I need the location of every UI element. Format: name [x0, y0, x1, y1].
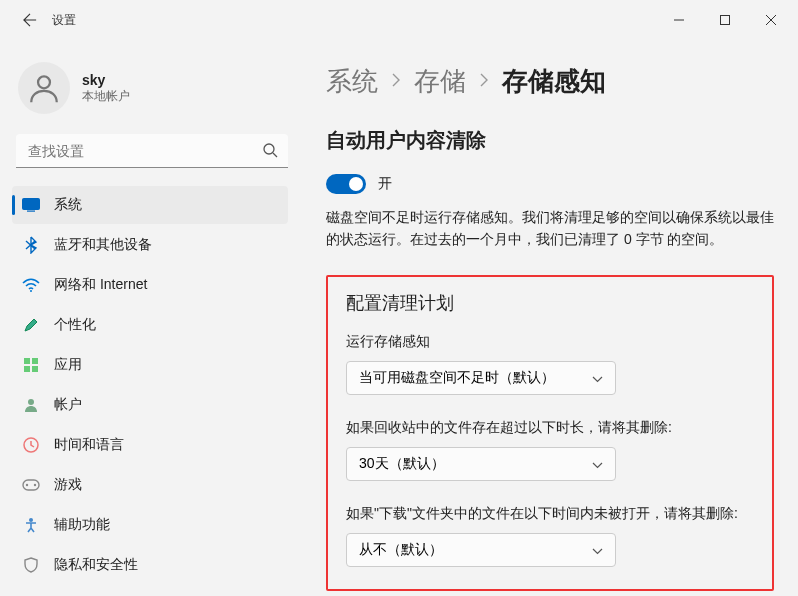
breadcrumb: 系统 存储 存储感知 — [326, 64, 774, 99]
sidebar-item-apps[interactable]: 应用 — [12, 346, 288, 384]
chevron-right-icon — [480, 73, 488, 91]
downloads-select[interactable]: 从不（默认） — [346, 533, 616, 567]
breadcrumb-current: 存储感知 — [502, 64, 606, 99]
svg-rect-0 — [721, 16, 730, 25]
privacy-icon — [22, 556, 40, 574]
svg-rect-6 — [24, 358, 30, 364]
sidebar-item-privacy[interactable]: 隐私和安全性 — [12, 546, 288, 584]
maximize-icon — [720, 15, 730, 25]
close-icon — [766, 15, 776, 25]
titlebar: 设置 — [0, 0, 798, 40]
svg-rect-7 — [32, 358, 38, 364]
recycle-bin-value: 30天（默认） — [359, 455, 445, 473]
personalize-icon — [22, 316, 40, 334]
search-icon — [262, 142, 278, 162]
svg-point-14 — [34, 484, 36, 486]
downloads-value: 从不（默认） — [359, 541, 443, 559]
main-content: 系统 存储 存储感知 自动用户内容清除 开 磁盘空间不足时运行存储感知。我们将清… — [296, 40, 798, 596]
sidebar-item-bluetooth[interactable]: 蓝牙和其他设备 — [12, 226, 288, 264]
username: sky — [82, 72, 130, 88]
sidebar: sky 本地帐户 系统蓝牙和其他设备网络和 Internet个性化应用帐户时间和… — [0, 40, 296, 596]
chevron-down-icon — [592, 370, 603, 386]
account-type: 本地帐户 — [82, 88, 130, 105]
sidebar-item-label: 隐私和安全性 — [54, 556, 138, 574]
sidebar-item-label: 帐户 — [54, 396, 82, 414]
sidebar-item-label: 游戏 — [54, 476, 82, 494]
svg-point-2 — [264, 144, 274, 154]
sidebar-item-time[interactable]: 时间和语言 — [12, 426, 288, 464]
sidebar-item-gaming[interactable]: 游戏 — [12, 466, 288, 504]
svg-point-5 — [30, 290, 32, 292]
time-icon — [22, 436, 40, 454]
maximize-button[interactable] — [702, 4, 748, 36]
sidebar-item-account[interactable]: 帐户 — [12, 386, 288, 424]
avatar — [18, 62, 70, 114]
window-title: 设置 — [52, 12, 76, 29]
system-icon — [22, 196, 40, 214]
bluetooth-icon — [22, 236, 40, 254]
minimize-button[interactable] — [656, 4, 702, 36]
apps-icon — [22, 356, 40, 374]
minimize-icon — [674, 15, 684, 25]
sidebar-item-label: 网络和 Internet — [54, 276, 147, 294]
breadcrumb-system[interactable]: 系统 — [326, 64, 378, 99]
svg-point-1 — [38, 76, 50, 88]
back-button[interactable] — [20, 10, 40, 30]
close-button[interactable] — [748, 4, 794, 36]
config-schedule-box: 配置清理计划 运行存储感知 当可用磁盘空间不足时（默认） 如果回收站中的文件存在… — [326, 275, 774, 591]
recycle-bin-select[interactable]: 30天（默认） — [346, 447, 616, 481]
gaming-icon — [22, 476, 40, 494]
sidebar-item-personalize[interactable]: 个性化 — [12, 306, 288, 344]
sidebar-item-wifi[interactable]: 网络和 Internet — [12, 266, 288, 304]
svg-rect-9 — [32, 366, 38, 372]
breadcrumb-storage[interactable]: 存储 — [414, 64, 466, 99]
svg-rect-3 — [23, 199, 40, 210]
svg-point-13 — [26, 484, 28, 486]
section-title: 自动用户内容清除 — [326, 127, 774, 154]
sidebar-item-label: 时间和语言 — [54, 436, 124, 454]
back-arrow-icon — [23, 13, 37, 27]
accessibility-icon — [22, 516, 40, 534]
storage-sense-toggle[interactable] — [326, 174, 366, 194]
downloads-label: 如果"下载"文件夹中的文件在以下时间内未被打开，请将其删除: — [346, 505, 754, 523]
nav-list: 系统蓝牙和其他设备网络和 Internet个性化应用帐户时间和语言游戏辅助功能隐… — [12, 186, 296, 584]
recycle-bin-label: 如果回收站中的文件存在超过以下时长，请将其删除: — [346, 419, 754, 437]
chevron-right-icon — [392, 73, 400, 91]
sidebar-item-accessibility[interactable]: 辅助功能 — [12, 506, 288, 544]
search-box — [16, 134, 288, 168]
chevron-down-icon — [592, 456, 603, 472]
toggle-state-label: 开 — [378, 175, 392, 193]
run-sense-value: 当可用磁盘空间不足时（默认） — [359, 369, 555, 387]
svg-rect-12 — [23, 480, 39, 490]
run-sense-label: 运行存储感知 — [346, 333, 754, 351]
chevron-down-icon — [592, 542, 603, 558]
svg-point-10 — [28, 399, 34, 405]
description-text: 磁盘空间不足时运行存储感知。我们将清理足够的空间以确保系统以最佳的状态运行。在过… — [326, 206, 774, 251]
sidebar-item-system[interactable]: 系统 — [12, 186, 288, 224]
sidebar-item-label: 蓝牙和其他设备 — [54, 236, 152, 254]
profile-block[interactable]: sky 本地帐户 — [12, 48, 296, 134]
wifi-icon — [22, 276, 40, 294]
sidebar-item-label: 系统 — [54, 196, 82, 214]
svg-rect-8 — [24, 366, 30, 372]
search-input[interactable] — [16, 134, 288, 168]
sidebar-item-label: 辅助功能 — [54, 516, 110, 534]
account-icon — [22, 396, 40, 414]
config-heading: 配置清理计划 — [346, 291, 754, 315]
sidebar-item-label: 个性化 — [54, 316, 96, 334]
run-sense-select[interactable]: 当可用磁盘空间不足时（默认） — [346, 361, 616, 395]
sidebar-item-label: 应用 — [54, 356, 82, 374]
svg-rect-4 — [27, 211, 35, 212]
person-icon — [27, 71, 61, 105]
svg-point-15 — [29, 518, 33, 522]
